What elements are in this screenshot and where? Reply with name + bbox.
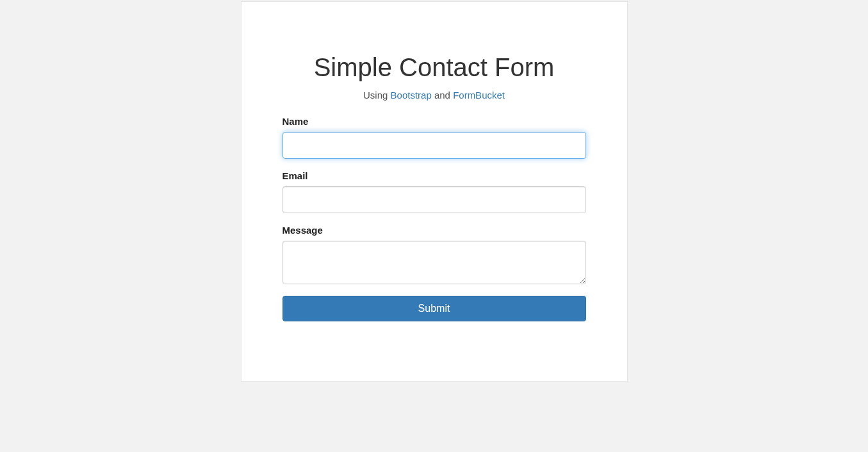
bootstrap-link[interactable]: Bootstrap: [391, 90, 432, 101]
email-input[interactable]: [283, 186, 586, 213]
message-textarea[interactable]: [283, 241, 586, 284]
name-group: Name: [283, 116, 586, 159]
email-label: Email: [283, 170, 586, 181]
name-input[interactable]: [283, 132, 586, 159]
submit-button[interactable]: Submit: [283, 296, 586, 321]
name-label: Name: [283, 116, 586, 127]
subtitle-prefix: Using: [363, 90, 391, 101]
contact-form-card: Simple Contact Form Using Bootstrap and …: [241, 1, 628, 382]
formbucket-link[interactable]: FormBucket: [453, 90, 505, 101]
message-group: Message: [283, 225, 586, 284]
subtitle-middle: and: [432, 90, 453, 101]
message-label: Message: [283, 225, 586, 236]
form-subtitle: Using Bootstrap and FormBucket: [283, 90, 586, 101]
form-title: Simple Contact Form: [283, 53, 586, 82]
email-group: Email: [283, 170, 586, 213]
